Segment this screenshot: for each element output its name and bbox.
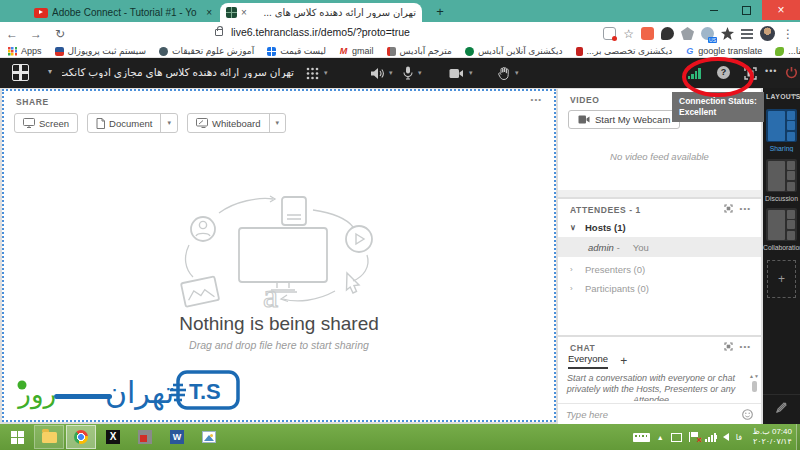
leaf-icon (775, 47, 784, 56)
word-taskbar-button[interactable]: W (162, 425, 192, 449)
emoticon-icon[interactable] (742, 409, 753, 420)
bookmark-item[interactable]: سیستم ثبت پروپوزال (55, 46, 146, 56)
bookmark-item[interactable]: دیکشنری تخصصی بر... (576, 46, 673, 56)
presenters-group-row[interactable]: › Presenters (0) (558, 259, 761, 279)
touch-keyboard-icon[interactable] (633, 433, 650, 442)
lock-icon[interactable] (215, 29, 223, 36)
new-tab-button[interactable]: + (432, 4, 448, 20)
microphone-button[interactable]: ▾ (403, 58, 422, 88)
extension-star-icon[interactable] (721, 27, 734, 40)
power-icon[interactable] (785, 66, 798, 79)
chat-pod-menu-icon[interactable]: ••• (740, 342, 751, 351)
add-layout-button[interactable]: + (767, 260, 796, 298)
volume-icon[interactable] (723, 433, 729, 441)
whiteboard-icon (196, 118, 208, 128)
layout-label-sharing[interactable]: Sharing (763, 145, 800, 152)
extension-dark-icon[interactable] (661, 27, 674, 40)
bookmark-item[interactable]: بررسی تورش‌های رفتا... (775, 46, 800, 56)
photos-taskbar-button[interactable] (194, 425, 224, 449)
profile-avatar[interactable] (760, 26, 775, 41)
connection-status-icon[interactable] (688, 67, 702, 79)
layout-label-collaboration[interactable]: Collaboration (763, 244, 800, 251)
close-button[interactable] (762, 0, 800, 20)
extension-orange-icon[interactable] (641, 27, 654, 40)
tab-tehranclass-active[interactable]: × تهران سرور ارائه دهنده کلاس های ... (220, 3, 422, 22)
extension-gray-icon[interactable] (681, 27, 694, 40)
back-icon[interactable]: ← (0, 27, 24, 41)
edit-layouts-icon[interactable] (775, 401, 788, 414)
x-app-taskbar-button[interactable]: X (98, 425, 128, 449)
apps-grid-icon (8, 47, 17, 56)
extension-card-icon[interactable] (603, 27, 616, 40)
bookmark-item[interactable]: Ggoogle translate (685, 46, 762, 56)
tab-close-icon[interactable]: × (206, 7, 212, 18)
share-screen-button[interactable]: Screen (14, 113, 78, 133)
share-pod-menu-icon[interactable]: ••• (531, 95, 542, 104)
forward-icon[interactable]: → (24, 27, 48, 41)
maximize-pod-icon[interactable] (724, 342, 733, 351)
browser-menu-icon[interactable]: ⋮ (782, 27, 794, 41)
extension-list-icon[interactable] (741, 29, 753, 39)
layout-sharing-thumbnail[interactable] (766, 109, 797, 142)
raise-hand-icon (498, 67, 510, 80)
maximize-button[interactable] (730, 0, 762, 20)
tray-expand-icon[interactable]: ▲ (657, 434, 664, 441)
chat-scrollbar[interactable]: ▲▼ (749, 373, 758, 401)
share-document-button[interactable]: Document ▾ (87, 113, 178, 133)
apps-shortcut[interactable]: Apps (8, 46, 42, 56)
chat-tab-everyone[interactable]: Everyone (568, 353, 608, 369)
bookmark-item[interactable]: Mgmail (339, 46, 374, 56)
chevron-down-icon[interactable]: ▾ (48, 67, 52, 76)
attendee-admin-row[interactable]: admin - You (558, 237, 761, 257)
bookmark-item[interactable]: لیست قیمت (267, 46, 326, 56)
hosts-group-row[interactable]: ∨ Hosts (1) (558, 217, 761, 237)
chat-message-input[interactable] (566, 409, 742, 420)
webcam-button[interactable]: ▾ (449, 58, 473, 88)
bookmark-item[interactable]: آموزش علوم تحقیقات (159, 46, 254, 56)
monitor-icon (23, 118, 35, 128)
share-pod: SHARE ••• Screen Document ▾ (2, 89, 556, 422)
toolbar-menu-icon[interactable]: ••• (765, 66, 777, 76)
raise-hand-button[interactable]: ▾ (498, 58, 519, 88)
reload-icon[interactable]: ↻ (48, 27, 72, 41)
file-explorer-taskbar-button[interactable] (34, 425, 64, 449)
whiteboard-dropdown-chevron[interactable]: ▾ (269, 114, 286, 132)
bookmark-star-icon[interactable]: ☆ (623, 27, 634, 41)
show-desktop-button[interactable] (796, 424, 800, 450)
pods-menu-button[interactable]: ▾ (306, 58, 328, 88)
taskbar-clock[interactable]: 07:40 ب.ظ ۲۰۲۰/۰۷/۱۴ (753, 427, 792, 447)
start-button[interactable] (2, 425, 32, 449)
url-text[interactable]: live6.tehranclass.ir/demo5/?proto=true (231, 26, 410, 38)
chat-hint-text: Start a conversation with everyone or ch… (562, 373, 740, 401)
layout-label-discussion[interactable]: Discussion (763, 195, 800, 202)
layouts-menu-icon[interactable]: ••• (788, 91, 797, 98)
no-video-feed-text: No video feed available (558, 151, 761, 162)
meeting-title[interactable]: تهران سرور ارائه دهنده کلاس های مجازی اد… (62, 66, 294, 78)
cube-app-taskbar-button[interactable] (130, 425, 160, 449)
speaker-button[interactable]: ▾ (370, 58, 393, 88)
chat-add-tab-button[interactable]: + (620, 354, 627, 368)
layout-collaboration-thumbnail[interactable] (766, 208, 797, 241)
layout-discussion-thumbnail[interactable] (766, 159, 797, 192)
network-icon[interactable] (671, 433, 682, 442)
tooltip-line2: Excellent (679, 107, 757, 118)
share-whiteboard-button[interactable]: Whiteboard ▾ (187, 113, 286, 133)
vpn-extension-icon[interactable] (701, 27, 714, 40)
tab-close-icon[interactable]: × (241, 7, 247, 18)
document-dropdown-chevron[interactable]: ▾ (160, 114, 177, 132)
bookmark-item[interactable]: مترجم آبادیس (387, 46, 452, 56)
maximize-pod-icon[interactable] (724, 204, 733, 213)
fullscreen-icon[interactable] (744, 67, 757, 80)
minimize-button[interactable] (698, 0, 730, 20)
chat-input-bar (558, 403, 761, 424)
action-center-alert-icon[interactable] (689, 432, 698, 442)
tab-youtube-tutorial[interactable]: Adobe Connect - Tutorial #1 - Yo × (28, 3, 218, 22)
participants-group-row[interactable]: › Participants (0) (558, 278, 761, 298)
attendees-pod-menu-icon[interactable]: ••• (740, 204, 751, 213)
language-indicator[interactable]: فا (736, 433, 742, 442)
adobe-connect-logo-icon[interactable] (12, 64, 29, 81)
help-icon[interactable]: ? (717, 66, 730, 79)
chrome-taskbar-button[interactable] (66, 425, 96, 449)
bookmark-item[interactable]: دیکشنری آنلاین آبادیس (465, 46, 563, 56)
start-webcam-button[interactable]: Start My Webcam (568, 110, 680, 129)
